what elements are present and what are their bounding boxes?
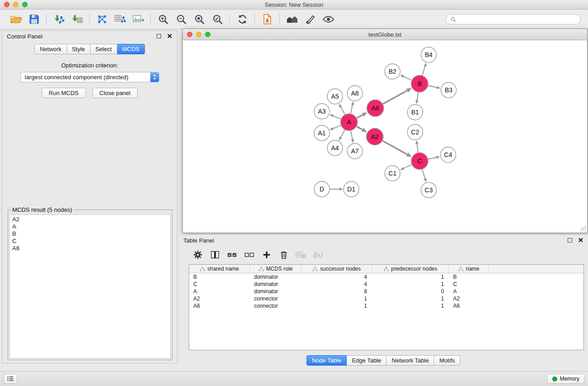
graph-edge-B-B4[interactable]: [422, 66, 425, 75]
add-row-button[interactable]: [260, 248, 273, 261]
network-graph[interactable]: AA1A2A3A4A5A6A7A8BB1B2B3B4CC1C2C3C4DD1: [183, 40, 587, 233]
graph-node-A8[interactable]: A8: [347, 86, 363, 101]
graph-edge-C-C2[interactable]: [417, 144, 418, 152]
graph-node-B1[interactable]: B1: [407, 105, 423, 120]
close-table-panel-button[interactable]: ✕: [578, 238, 583, 243]
zoom-in-button[interactable]: [155, 12, 171, 27]
result-item[interactable]: A: [12, 223, 168, 230]
tab-mcds[interactable]: MCDS: [117, 44, 145, 54]
tab-edge-table[interactable]: Edge Table: [347, 355, 387, 366]
style-brush-button[interactable]: [302, 12, 318, 27]
graph-edge-B-B3[interactable]: [428, 86, 437, 87]
graph-node-A1[interactable]: A1: [314, 125, 330, 141]
unselect-all-button[interactable]: [243, 248, 256, 261]
minimize-window-button[interactable]: [13, 2, 19, 7]
import-table-button[interactable]: [69, 12, 85, 27]
zoom-fit-button[interactable]: [191, 12, 207, 27]
panel-menu-button[interactable]: [4, 374, 17, 384]
graph-node-A4[interactable]: A4: [327, 140, 343, 156]
network-minimize-button[interactable]: [196, 32, 201, 37]
tab-style[interactable]: Style: [67, 44, 91, 54]
graph-edge-A-A8[interactable]: [351, 105, 353, 114]
mcds-result-list[interactable]: A2ABCA6: [10, 214, 171, 358]
graph-node-D[interactable]: D: [314, 181, 330, 197]
graph-edge-A-A2[interactable]: [357, 127, 363, 130]
table-row[interactable]: A2connector11A2: [189, 295, 583, 302]
graph-edge-C-C3[interactable]: [422, 170, 425, 179]
network-close-button[interactable]: [187, 32, 192, 37]
graph-node-A[interactable]: A: [341, 114, 358, 131]
zoom-selected-button[interactable]: [209, 12, 225, 27]
column-header[interactable]: predecessor nodes: [372, 265, 449, 273]
graph-edge-A-A3[interactable]: [333, 116, 341, 119]
network-zoom-button[interactable]: [205, 32, 210, 37]
home-button[interactable]: [284, 12, 300, 27]
refresh-layout-button[interactable]: [234, 12, 250, 27]
graph-node-A5[interactable]: A5: [327, 89, 343, 104]
close-panel-button[interactable]: Close panel: [92, 88, 138, 98]
import-network-button[interactable]: [51, 12, 67, 27]
run-mcds-button[interactable]: Run MCDS: [42, 88, 86, 98]
result-item[interactable]: C: [12, 238, 168, 245]
select-all-button[interactable]: [226, 248, 239, 261]
tab-select[interactable]: Select: [91, 44, 117, 54]
zoom-out-button[interactable]: [173, 12, 189, 27]
graph-node-D1[interactable]: D1: [344, 181, 359, 197]
column-header[interactable]: name: [449, 265, 489, 273]
column-header[interactable]: MCDS role: [250, 265, 301, 273]
graph-node-B2[interactable]: B2: [385, 64, 400, 79]
graph-node-A3[interactable]: A3: [314, 104, 330, 119]
graph-node-C2[interactable]: C2: [407, 124, 423, 140]
float-panel-button[interactable]: [157, 34, 161, 38]
delete-row-button[interactable]: [277, 248, 290, 261]
function-builder-button[interactable]: f(x): [312, 248, 327, 261]
column-button[interactable]: [209, 248, 221, 261]
graph-node-A7[interactable]: A7: [347, 143, 363, 159]
save-session-button[interactable]: [26, 12, 42, 27]
result-item[interactable]: A6: [12, 245, 168, 252]
network-canvas[interactable]: AA1A2A3A4A5A6A7A8BB1B2B3B4CC1C2C3C4DD1: [183, 40, 587, 233]
result-item[interactable]: B: [12, 230, 168, 238]
graph-edge-B-B1[interactable]: [417, 92, 418, 100]
graph-node-B[interactable]: B: [411, 76, 428, 92]
criterion-dropdown[interactable]: largest connected component (directed): [20, 72, 159, 82]
search-input[interactable]: [459, 16, 576, 23]
open-session-button[interactable]: [8, 12, 24, 27]
graph-edge-A-A4[interactable]: [341, 130, 345, 138]
close-window-button[interactable]: [4, 2, 10, 7]
graph-edge-A-A6[interactable]: [357, 115, 363, 118]
float-table-panel-button[interactable]: [568, 238, 572, 243]
graph-edge-B-B2[interactable]: [403, 76, 411, 80]
graph-node-C4[interactable]: C4: [440, 147, 456, 162]
table-row[interactable]: Bdominator41B: [189, 273, 583, 281]
table-row[interactable]: A6connector11A6: [189, 302, 583, 310]
graph-node-A2[interactable]: A2: [367, 129, 383, 145]
graph-node-B3[interactable]: B3: [441, 82, 456, 98]
result-item[interactable]: A2: [12, 216, 168, 223]
resize-grip[interactable]: [581, 226, 587, 232]
graph-edge-A-A1[interactable]: [333, 125, 341, 129]
graph-edge-C-C4[interactable]: [428, 157, 436, 159]
graph-edge-A2-C[interactable]: [382, 141, 407, 154]
table-row[interactable]: Adominator80A: [189, 288, 583, 295]
table-row[interactable]: Cdominator41C: [189, 281, 583, 288]
search-box[interactable]: [446, 14, 581, 24]
graph-node-B4[interactable]: B4: [421, 47, 436, 62]
zoom-window-button[interactable]: [22, 2, 28, 7]
graph-node-A6[interactable]: A6: [367, 100, 384, 117]
tab-network[interactable]: Network: [34, 44, 67, 54]
graph-edge-C-C1[interactable]: [403, 165, 411, 168]
memory-button[interactable]: Memory: [547, 374, 584, 384]
tab-node-table[interactable]: Node Table: [306, 355, 347, 366]
column-header[interactable]: shared name: [189, 265, 250, 273]
close-panel-icon-button[interactable]: ✕: [167, 34, 172, 38]
graph-node-C[interactable]: C: [411, 153, 428, 170]
graph-edge-A-A7[interactable]: [351, 131, 353, 139]
column-header[interactable]: successor nodes: [301, 265, 372, 273]
export-image-button[interactable]: [130, 12, 146, 27]
graph-node-C3[interactable]: C3: [421, 182, 436, 198]
table-settings-button[interactable]: [191, 248, 204, 261]
delete-table-button[interactable]: [295, 248, 307, 261]
tab-network-table[interactable]: Network Table: [387, 355, 434, 366]
graph-node-C1[interactable]: C1: [385, 166, 400, 181]
